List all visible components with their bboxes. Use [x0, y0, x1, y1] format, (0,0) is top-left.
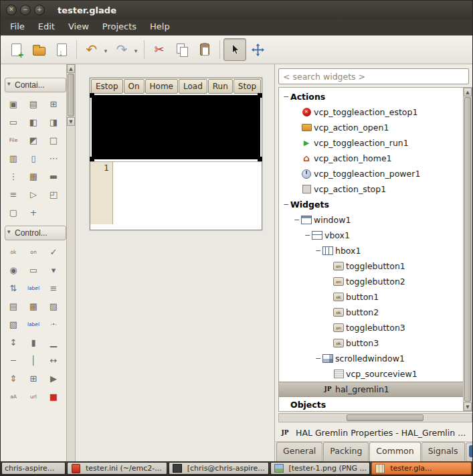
palette-widget-combo-box[interactable]: ▾ — [43, 261, 64, 279]
properties-tab[interactable]: Signals — [421, 442, 465, 461]
palette-widget-frame[interactable]: ▭ — [3, 113, 23, 131]
tree-row[interactable]: togglebutton2 — [279, 274, 463, 289]
scroll-up-icon[interactable]: ▲ — [464, 88, 472, 96]
palette-widget-vbutton-box[interactable]: ⋮ — [3, 167, 23, 185]
tree-row[interactable]: Widgets — [279, 197, 463, 212]
scroll-down-icon[interactable]: ▼ — [67, 117, 75, 126]
selection-handle[interactable] — [258, 157, 262, 161]
drag-resize-tool-button[interactable] — [246, 38, 269, 61]
tree-row[interactable]: togglebutton1 — [279, 258, 463, 274]
paste-button[interactable] — [193, 38, 216, 61]
undo-dropdown-button[interactable] — [101, 38, 110, 61]
tree-row[interactable]: button3 — [279, 335, 463, 351]
selector-tool-button[interactable] — [223, 38, 246, 61]
palette-widget-calendar[interactable]: ⊞ — [23, 370, 43, 388]
taskbar-window-button[interactable]: chris-aspire... — [1, 462, 66, 475]
palette-widget-drawing-area[interactable]: ▧ — [3, 315, 23, 333]
palette-widget-text-view[interactable]: ≡ — [43, 279, 64, 297]
new-project-button[interactable] — [5, 38, 27, 61]
tree-horizontal-scrollbar[interactable] — [278, 413, 472, 422]
palette-widget-scrolled-window[interactable]: ▥ — [3, 149, 23, 167]
undo-button[interactable] — [80, 38, 103, 61]
close-window-icon[interactable] — [6, 5, 17, 15]
palette-widget-arrow[interactable]: ▶ — [43, 370, 64, 388]
tree-row[interactable]: Objects — [279, 397, 463, 411]
designed-hal-gremlin[interactable] — [92, 95, 260, 159]
widget-search-input[interactable] — [278, 68, 469, 84]
tree-row[interactable]: vcp_sourceview1 — [279, 366, 463, 382]
expander-icon[interactable] — [282, 197, 290, 212]
expander-icon[interactable] — [303, 228, 312, 243]
designed-button[interactable]: Run — [208, 79, 233, 94]
tree-row[interactable]: vcp_toggleaction_power1 — [279, 166, 463, 181]
selection-handle[interactable] — [90, 157, 94, 161]
properties-tab[interactable]: Common — [369, 442, 420, 461]
palette-widget-color-button[interactable]: ■ — [43, 388, 64, 406]
palette-widget-icon-view[interactable]: ▦ — [23, 297, 43, 315]
menu-item[interactable]: Help — [143, 19, 177, 35]
palette-widget-label[interactable]: label — [23, 279, 43, 297]
tree-row[interactable]: vbox1 — [279, 228, 463, 243]
palette-widget-spin-button[interactable]: ⇅ — [3, 279, 23, 297]
designed-button[interactable]: Load — [179, 79, 207, 94]
palette-widget-toolbar[interactable]: ▬ — [43, 167, 64, 185]
palette-widget-file-chooser-button[interactable]: File — [3, 131, 23, 149]
palette-widget-hbox[interactable]: ▯ — [23, 149, 43, 167]
scrollbar-thumb[interactable] — [68, 74, 74, 116]
palette-widget-hpaned[interactable]: ◧ — [23, 113, 43, 131]
tree-row[interactable]: scrolledwindow1 — [279, 351, 463, 366]
palette-scrollbar[interactable]: ▲ ▼ — [66, 64, 75, 461]
taskbar-window-button[interactable]: [chris@chris-aspire... — [169, 462, 269, 475]
open-project-button[interactable] — [27, 38, 50, 61]
designed-button[interactable]: Stop — [233, 79, 261, 94]
menu-item[interactable]: Edit — [31, 19, 62, 35]
palette-widget-handle-box[interactable]: ◩ — [23, 131, 43, 149]
palette-section-controls[interactable]: Control... — [5, 226, 66, 240]
accessibility-tab[interactable] — [466, 443, 472, 461]
palette-widget-font-button[interactable]: aA — [3, 388, 23, 406]
designed-window1[interactable]: EstopOnHomeLoadRunStop 1 — [90, 78, 262, 230]
taskbar-window-button[interactable]: tester.ini (~/emc2-... — [67, 462, 167, 475]
menu-item[interactable]: Projects — [96, 19, 143, 35]
palette-section-containers[interactable]: Contai... — [5, 78, 66, 92]
palette-widget-horizontal-separator[interactable]: ─ — [3, 351, 23, 370]
tree-row[interactable]: Actions — [279, 89, 463, 104]
tree-row[interactable]: vcp_toggleaction_run1 — [279, 135, 463, 151]
palette-widget-accel-label[interactable]: label — [23, 315, 43, 333]
palette-widget-radio-button[interactable]: ◉ — [3, 261, 23, 279]
tree-row[interactable]: button2 — [279, 305, 463, 320]
editor-text-area[interactable] — [113, 162, 262, 224]
scrollbar-thumb[interactable] — [347, 414, 423, 421]
tree-row[interactable]: vcp_toggleaction_estop1 — [279, 104, 463, 120]
palette-widget-alignment[interactable]: ◰ — [43, 185, 64, 204]
designed-button[interactable]: Estop — [91, 79, 123, 94]
palette-widget-vpaned[interactable]: ◨ — [43, 113, 64, 131]
expander-icon[interactable] — [292, 212, 301, 228]
palette-widget-viewport[interactable]: □ — [43, 131, 64, 149]
palette-widget-window[interactable]: ▣ — [3, 95, 23, 113]
expander-icon[interactable] — [314, 351, 322, 366]
tree-row[interactable]: window1 — [279, 212, 463, 228]
tree-row[interactable]: vcp_action_home1 — [279, 151, 463, 166]
tree-row[interactable]: button1 — [279, 289, 463, 305]
cut-button[interactable] — [148, 38, 171, 61]
palette-widget-table[interactable]: ⊞ — [43, 95, 64, 113]
palette-widget-vertical-scrollbar[interactable]: ⇕ — [3, 370, 23, 388]
designed-button[interactable]: Home — [145, 79, 178, 94]
titlebar[interactable]: tester.glade — [1, 1, 472, 19]
properties-tab[interactable]: General — [276, 442, 322, 461]
palette-widget-icon-view[interactable]: ▦ — [23, 167, 43, 185]
expander-icon[interactable] — [282, 89, 290, 104]
palette-widget-notebook[interactable]: ▤ — [23, 95, 43, 113]
palette-widget-menu-bar[interactable]: ≡ — [3, 185, 23, 204]
tree-row[interactable]: hal_gremlin1 — [279, 382, 463, 397]
palette-widget-horizontal-scale[interactable]: -•- — [43, 315, 64, 333]
palette-widget-check-button[interactable]: ✓ — [43, 243, 64, 261]
palette-widget-button[interactable]: ok — [3, 243, 23, 261]
selection-handle[interactable] — [258, 93, 262, 98]
palette-widget-vertical-scale[interactable]: ↕ — [3, 333, 23, 351]
designed-hbox1[interactable]: EstopOnHomeLoadRunStop — [90, 78, 262, 94]
scrollbar-thumb[interactable] — [464, 97, 471, 402]
designed-button[interactable]: On — [124, 79, 145, 94]
design-canvas[interactable]: EstopOnHomeLoadRunStop 1 — [76, 64, 274, 461]
